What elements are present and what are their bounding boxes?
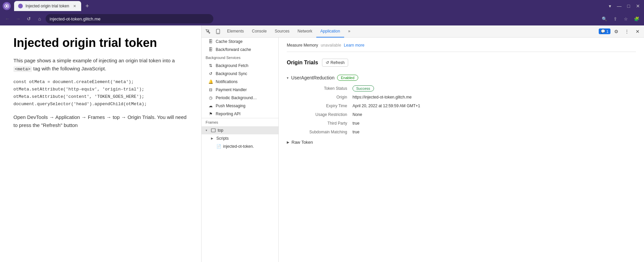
address-right-icons: 🔍 ⇧ ☆ 🧩	[600, 14, 641, 23]
zoom-icon[interactable]: 🔍	[600, 14, 609, 23]
close-button[interactable]: ✕	[635, 3, 641, 9]
sidebar-item-push-messaging[interactable]: ☁ Push Messaging	[202, 102, 278, 110]
tab-favicon	[18, 4, 23, 8]
home-button[interactable]: ⌂	[35, 14, 44, 23]
page-intro: This page shows a simple example of inje…	[13, 57, 188, 73]
measure-memory-label: Measure Memory	[287, 43, 318, 48]
devtools-main-panel: Measure Memory unavailable Learn more Or…	[279, 38, 644, 262]
raw-token-label: Raw Token	[291, 140, 313, 145]
svg-point-1	[6, 5, 8, 7]
maximize-button[interactable]: □	[625, 3, 632, 9]
payment-handler-icon: ⊟	[208, 87, 213, 92]
forward-button[interactable]: →	[13, 14, 23, 23]
origin-trials-header: Origin Trials ↺ Refresh	[287, 59, 636, 67]
file-icon: 📄	[216, 144, 221, 149]
tab-more[interactable]: »	[344, 25, 355, 38]
third-party-label: Third Party	[292, 121, 353, 126]
trial-details: Token Status Success Origin https://inje…	[292, 86, 636, 134]
frames-section: Frames ▾ top ▶ Scripts	[202, 118, 278, 150]
frame-icon	[211, 128, 216, 133]
devtools-panel: Elements Console Sources Network Applica…	[201, 25, 644, 262]
cache-storage-icon: 🗄	[208, 39, 213, 44]
frames-item-scripts[interactable]: ▶ Scripts	[202, 134, 278, 142]
devtools-tabs: Elements Console Sources Network Applica…	[223, 25, 599, 38]
tab-console[interactable]: Console	[248, 25, 271, 38]
origin-label: Origin	[292, 95, 353, 100]
tab-elements[interactable]: Elements	[223, 25, 248, 38]
expiry-label: Expiry Time	[292, 104, 353, 108]
address-bar-row: ← → ↺ ⌂ 🔍 ⇧ ☆ 🧩	[0, 12, 644, 25]
reporting-api-icon: ⚑	[208, 112, 213, 116]
back-forward-cache-icon: 🗄	[208, 47, 213, 52]
measure-memory-status: unavailable	[321, 43, 341, 48]
origin-value: https://injected-ot-token.glitch.me	[353, 95, 636, 100]
scripts-chevron-icon: ▶	[211, 137, 214, 140]
minimize-button[interactable]: —	[616, 3, 623, 9]
window-controls: ▾ — □ ✕	[606, 3, 641, 9]
top-chevron-icon: ▾	[206, 129, 209, 132]
code-block: const otMeta = document.createElement('m…	[13, 78, 188, 108]
origin-trials-title: Origin Trials	[287, 60, 318, 66]
tab-application[interactable]: Application	[316, 25, 344, 38]
subdomain-label: Subdomain Matching	[292, 130, 353, 134]
address-input[interactable]	[46, 14, 213, 23]
sidebar-item-cache-storage[interactable]: 🗄 Cache Storage	[202, 38, 278, 46]
browser-logo	[3, 2, 11, 10]
bookmark-icon[interactable]: ☆	[621, 14, 631, 23]
frames-header: Frames	[202, 118, 278, 126]
tab-sources[interactable]: Sources	[271, 25, 293, 38]
usage-restriction-label: Usage Restriction	[292, 112, 353, 117]
push-messaging-icon: ☁	[208, 104, 213, 108]
webpage-content: Injected origin trial token This page sh…	[0, 25, 201, 262]
sidebar-item-background-sync[interactable]: ↺ Background Sync	[202, 70, 278, 78]
frames-item-top[interactable]: ▾ top	[202, 126, 278, 134]
trial-header: ▾ UserAgentReduction Enabled	[287, 75, 636, 81]
chat-icon: 💬	[601, 29, 605, 34]
devtools-toolbar: Elements Console Sources Network Applica…	[202, 25, 644, 38]
extension-icon[interactable]: 🧩	[632, 14, 641, 23]
raw-token-expand-icon[interactable]: ▶	[287, 140, 289, 144]
sidebar-item-back-forward-cache[interactable]: 🗄 Back/forward cache	[202, 46, 278, 54]
background-services-header: Background Services	[202, 54, 278, 62]
raw-token-row[interactable]: ▶ Raw Token	[287, 140, 636, 145]
reload-button[interactable]: ↺	[24, 14, 34, 23]
enabled-badge: Enabled	[337, 75, 358, 81]
refresh-icon: ↺	[326, 60, 329, 65]
tab-list-button[interactable]: ▾	[606, 3, 613, 9]
devtools-sidebar: 🗄 Cache Storage 🗄 Back/forward cache Bac…	[202, 38, 279, 262]
success-badge: Success	[353, 85, 374, 91]
frames-item-injected[interactable]: 📄 injected-ot-token.	[202, 142, 278, 150]
tab-close-button[interactable]: ✕	[72, 3, 77, 9]
devtools-right-icons: 💬 1 ⚙ ⋮ ✕	[599, 26, 643, 37]
close-devtools-button[interactable]: ✕	[633, 26, 643, 37]
tab-network[interactable]: Network	[293, 25, 316, 38]
new-tab-button[interactable]: +	[83, 1, 92, 11]
active-tab[interactable]: Injected origin trial token ✕	[14, 1, 81, 11]
inspect-element-button[interactable]	[203, 26, 213, 37]
trial-name: UserAgentReduction	[291, 75, 334, 80]
background-sync-icon: ↺	[208, 71, 213, 76]
page-instructions: Open DevTools → Application → Frames → t…	[13, 113, 188, 129]
third-party-value: true	[353, 121, 636, 126]
expiry-value: April 20, 2022 at 12:59:59 AM GMT+1	[353, 104, 636, 108]
tab-title: Injected origin trial token	[25, 4, 69, 8]
device-toolbar-button[interactable]	[213, 26, 223, 37]
back-button[interactable]: ←	[3, 14, 12, 23]
sidebar-item-background-fetch[interactable]: ⇅ Background Fetch	[202, 62, 278, 70]
token-status-value: Success	[353, 86, 636, 91]
usage-restriction-value: None	[353, 112, 636, 117]
sidebar-item-payment-handler[interactable]: ⊟ Payment Handler	[202, 86, 278, 94]
sidebar-item-reporting-api[interactable]: ⚑ Reporting API	[202, 110, 278, 118]
refresh-button[interactable]: ↺ Refresh	[322, 59, 348, 67]
notifications-icon: 🔔	[208, 79, 213, 84]
svg-rect-4	[211, 129, 215, 132]
settings-icon[interactable]: ⚙	[611, 26, 621, 37]
more-options-icon[interactable]: ⋮	[622, 26, 632, 37]
sidebar-item-periodic-background[interactable]: ◷ Periodic Background…	[202, 94, 278, 102]
notification-badge[interactable]: 💬 1	[599, 28, 610, 34]
subdomain-value: true	[353, 130, 636, 134]
sidebar-item-notifications[interactable]: 🔔 Notifications	[202, 78, 278, 86]
learn-more-link[interactable]: Learn more	[344, 43, 364, 48]
share-icon[interactable]: ⇧	[610, 14, 620, 23]
trial-collapse-icon[interactable]: ▾	[287, 76, 288, 80]
